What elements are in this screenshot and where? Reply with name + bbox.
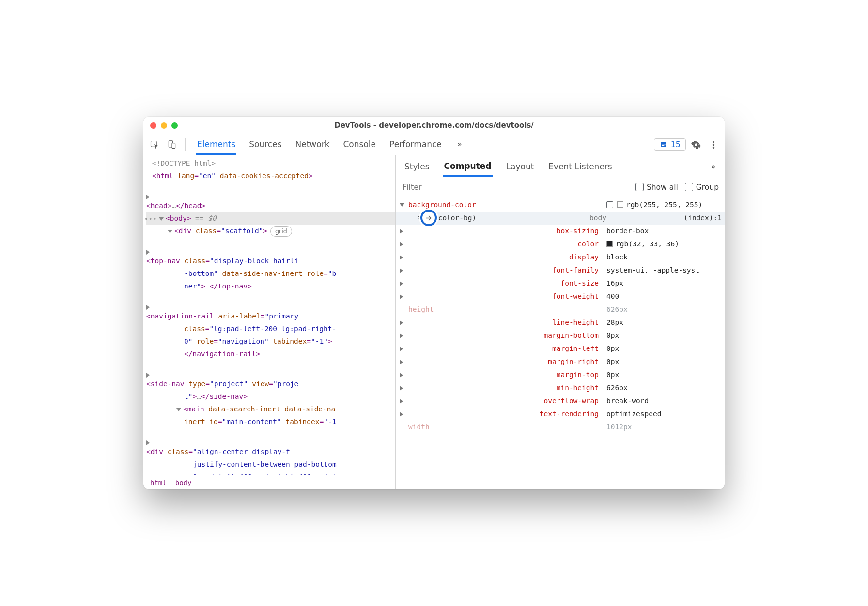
tab-computed[interactable]: Computed xyxy=(443,156,493,177)
expand-icon[interactable] xyxy=(400,333,540,338)
property-value: 626px xyxy=(599,381,725,394)
property-name: line-height xyxy=(552,316,599,329)
expand-icon[interactable] xyxy=(400,255,565,260)
minimize-window-icon[interactable] xyxy=(161,122,167,129)
property-name: font-size xyxy=(560,277,599,290)
computed-row[interactable]: margin-bottom0px xyxy=(396,329,725,342)
settings-icon[interactable] xyxy=(689,137,703,152)
inspect-element-icon[interactable] xyxy=(147,137,162,152)
collapse-icon[interactable] xyxy=(176,408,181,411)
overflow-dots-icon: ••• xyxy=(144,213,157,226)
svg-rect-4 xyxy=(662,144,666,144)
property-value: system-ui, -apple-syst xyxy=(599,264,725,277)
computed-row[interactable]: box-sizingborder-box xyxy=(396,225,725,238)
property-value: 0px xyxy=(599,342,725,355)
collapse-icon[interactable] xyxy=(159,217,164,221)
tab-sources[interactable]: Sources xyxy=(248,135,282,155)
property-value: rgb(255, 255, 255) xyxy=(599,198,725,212)
svg-rect-5 xyxy=(662,145,664,145)
navigate-to-source-icon[interactable] xyxy=(420,210,437,226)
collapse-icon[interactable] xyxy=(168,230,172,233)
kebab-menu-icon[interactable] xyxy=(706,137,721,152)
expand-icon[interactable] xyxy=(400,360,544,364)
computed-row[interactable]: font-weight400 xyxy=(396,290,725,303)
tab-console[interactable]: Console xyxy=(342,135,377,155)
expand-icon[interactable] xyxy=(400,412,536,417)
crumb-body[interactable]: body xyxy=(175,476,192,489)
close-window-icon[interactable] xyxy=(150,122,156,129)
expand-icon[interactable] xyxy=(400,399,540,404)
property-name: margin-left xyxy=(552,342,599,355)
computed-row[interactable]: margin-top0px xyxy=(396,368,725,381)
trace-source-link[interactable]: (index):1 xyxy=(683,212,722,225)
more-sidebar-tabs-icon[interactable]: » xyxy=(710,156,717,176)
computed-row[interactable]: margin-left0px xyxy=(396,342,725,355)
elements-panel: <!DOCTYPE html> <html lang="en" data-coo… xyxy=(143,155,396,489)
computed-row[interactable]: min-height626px xyxy=(396,381,725,394)
computed-row[interactable]: background-colorrgb(255, 255, 255) xyxy=(396,198,725,212)
expand-icon[interactable] xyxy=(400,320,548,325)
property-value: 0px xyxy=(599,329,725,342)
expand-icon[interactable] xyxy=(400,281,557,286)
doctype-node: <!DOCTYPE html> xyxy=(152,159,216,167)
computed-properties: background-colorrgb(255, 255, 255)ar(--c… xyxy=(396,197,725,489)
computed-row[interactable]: margin-right0px xyxy=(396,355,725,368)
property-value: 28px xyxy=(599,316,725,329)
computed-row[interactable]: line-height28px xyxy=(396,316,725,329)
expand-icon[interactable] xyxy=(400,294,548,299)
device-toolbar-icon[interactable] xyxy=(165,137,179,152)
show-all-checkbox[interactable]: Show all xyxy=(636,183,678,192)
computed-row[interactable]: font-size16px xyxy=(396,277,725,290)
tab-elements[interactable]: Elements xyxy=(196,135,236,155)
selected-node[interactable]: ••• <body> == $0 xyxy=(146,212,395,225)
expand-icon[interactable] xyxy=(146,195,150,199)
computed-row[interactable]: text-renderingoptimizespeed xyxy=(396,408,725,421)
expand-icon[interactable] xyxy=(400,347,548,351)
property-value: 400 xyxy=(599,290,725,303)
tab-styles[interactable]: Styles xyxy=(403,156,431,176)
property-value: optimizespeed xyxy=(599,408,725,421)
dom-tree[interactable]: <!DOCTYPE html> <html lang="en" data-coo… xyxy=(143,155,395,475)
tab-layout[interactable]: Layout xyxy=(505,156,535,176)
property-value: 16px xyxy=(599,277,725,290)
property-name: margin-right xyxy=(548,355,599,368)
expand-icon[interactable] xyxy=(146,305,150,310)
expand-icon[interactable] xyxy=(146,440,150,445)
expand-icon[interactable] xyxy=(400,373,553,378)
tab-network[interactable]: Network xyxy=(294,135,331,155)
expand-icon[interactable] xyxy=(400,242,574,247)
more-tabs-icon[interactable]: » xyxy=(454,135,465,155)
color-swatch-icon xyxy=(606,241,613,247)
computed-row[interactable]: height626px xyxy=(396,303,725,316)
property-name: width xyxy=(408,421,430,434)
breadcrumbs: html body xyxy=(143,475,395,489)
filter-input[interactable] xyxy=(402,177,629,197)
titlebar: DevTools - developer.chrome.com/docs/dev… xyxy=(143,117,725,134)
trace-selector: body xyxy=(589,212,606,225)
group-checkbox[interactable]: Group xyxy=(685,183,719,192)
expand-icon[interactable] xyxy=(400,268,548,273)
property-name: background-color xyxy=(408,198,476,212)
expand-icon[interactable] xyxy=(400,229,553,234)
issues-counter[interactable]: 15 xyxy=(654,138,686,151)
collapse-icon[interactable] xyxy=(400,203,404,207)
svg-rect-2 xyxy=(172,143,175,148)
computed-row[interactable]: overflow-wrapbreak-word xyxy=(396,394,725,408)
crumb-html[interactable]: html xyxy=(150,476,167,489)
expand-icon[interactable] xyxy=(146,373,150,378)
svg-point-6 xyxy=(713,141,714,142)
maximize-window-icon[interactable] xyxy=(171,122,178,129)
computed-trace-row[interactable]: ar(--color-bg)body(index):1 xyxy=(396,212,725,225)
expand-icon[interactable] xyxy=(146,250,150,255)
computed-row[interactable]: displayblock xyxy=(396,251,725,264)
computed-row[interactable]: colorrgb(32, 33, 36) xyxy=(396,238,725,251)
computed-row[interactable]: width1012px xyxy=(396,421,725,434)
expand-icon[interactable] xyxy=(400,386,553,391)
color-swatch-icon xyxy=(617,201,623,208)
computed-row[interactable]: font-familysystem-ui, -apple-syst xyxy=(396,264,725,277)
property-name: font-family xyxy=(552,264,599,277)
grid-badge[interactable]: grid xyxy=(270,226,292,237)
tab-performance[interactable]: Performance xyxy=(388,135,443,155)
computed-filter-bar: Show all Group xyxy=(396,177,725,197)
tab-event-listeners[interactable]: Event Listeners xyxy=(547,156,613,176)
